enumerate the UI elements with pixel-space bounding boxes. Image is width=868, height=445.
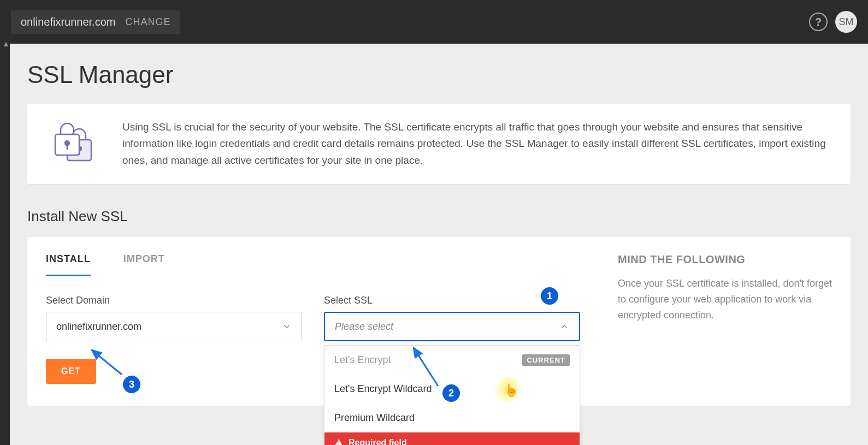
intro-text: Using SSL is crucial for the security of… (122, 119, 832, 169)
get-button[interactable]: GET (46, 359, 96, 384)
tab-install[interactable]: INSTALL (46, 253, 91, 276)
tab-import[interactable]: IMPORT (123, 253, 165, 276)
avatar[interactable]: SM (835, 11, 857, 33)
domain-value: onlinefixrunner.com (56, 321, 141, 333)
warning-icon (334, 439, 343, 445)
intro-card: Using SSL is crucial for the security of… (27, 104, 851, 184)
svg-point-4 (65, 141, 69, 145)
info-sidebar: MIND THE FOLLOWING Once your SSL certifi… (599, 237, 851, 406)
ssl-label: Select SSL (324, 295, 580, 306)
ssl-option-lets-encrypt-wildcard[interactable]: Let's Encrypt Wildcard (324, 375, 580, 404)
main-content: ▲ SSL Manager Using SSL is crucial for t… (10, 44, 868, 445)
sidebar-text: Once your SSL certificate is installed, … (618, 276, 832, 323)
tabs: INSTALL IMPORT (46, 253, 580, 276)
error-required-field: Required field (324, 432, 580, 445)
collapse-caret-icon[interactable]: ▲ (2, 39, 10, 48)
chevron-up-icon (559, 322, 569, 331)
install-panel: INSTALL IMPORT Select Domain onlinefixru… (27, 237, 851, 406)
lock-icon (46, 122, 101, 166)
ssl-option-premium-wildcard[interactable]: Premium Wildcard (324, 404, 580, 432)
help-icon[interactable]: ? (809, 13, 828, 31)
site-selector[interactable]: onlinefixrunner.com CHANGE (11, 10, 180, 34)
ssl-dropdown: Let's Encrypt CURRENT Let's Encrypt Wild… (324, 345, 580, 445)
current-badge: CURRENT (522, 354, 570, 366)
change-site-link[interactable]: CHANGE (125, 16, 170, 28)
domain-select[interactable]: onlinefixrunner.com (46, 312, 302, 341)
site-name: onlinefixrunner.com (21, 16, 115, 28)
page-title: SSL Manager (27, 61, 851, 88)
chevron-down-icon (282, 322, 292, 331)
ssl-option-lets-encrypt[interactable]: Let's Encrypt CURRENT (324, 346, 580, 375)
top-bar: onlinefixrunner.com CHANGE ? SM (0, 0, 868, 44)
domain-label: Select Domain (46, 295, 302, 306)
ssl-placeholder: Please select (335, 321, 393, 333)
section-heading: Install New SSL (27, 208, 851, 225)
sidebar-heading: MIND THE FOLLOWING (618, 253, 832, 266)
ssl-select[interactable]: Please select (324, 312, 580, 341)
